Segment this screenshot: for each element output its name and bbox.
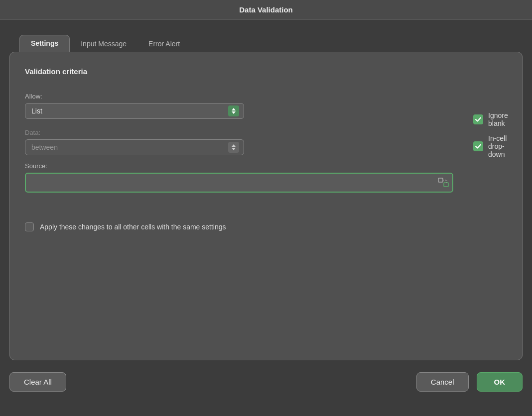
svg-rect-1 xyxy=(444,183,448,187)
right-buttons: Cancel OK xyxy=(416,372,523,392)
cancel-button[interactable]: Cancel xyxy=(416,372,469,392)
ignore-blank-checkbox[interactable] xyxy=(473,114,483,124)
apply-row: Apply these changes to all other cells w… xyxy=(25,222,507,231)
tab-settings[interactable]: Settings xyxy=(19,35,70,52)
tab-input-message[interactable]: Input Message xyxy=(70,36,137,52)
allow-label: Allow: xyxy=(25,93,453,100)
in-cell-dropdown-checkbox[interactable] xyxy=(473,141,483,151)
left-column: Allow: List Any value Whole number Decim… xyxy=(25,86,453,193)
ignore-blank-item: Ignore blank xyxy=(473,111,508,127)
right-column: Ignore blank In-cell drop-down xyxy=(473,86,508,158)
settings-panel: Validation criteria Allow: List Any valu… xyxy=(9,52,523,360)
allow-select[interactable]: List Any value Whole number Decimal Date… xyxy=(25,103,244,119)
ignore-blank-label: Ignore blank xyxy=(488,111,508,127)
svg-rect-0 xyxy=(438,178,443,182)
apply-label: Apply these changes to all other cells w… xyxy=(40,223,226,231)
apply-checkbox[interactable] xyxy=(25,222,34,231)
in-cell-dropdown-label: In-cell drop-down xyxy=(488,134,508,158)
data-select[interactable]: between not between equal to not equal t… xyxy=(25,139,244,155)
bottom-bar: Clear All Cancel OK xyxy=(9,372,523,392)
data-label: Data: xyxy=(25,129,453,136)
in-cell-dropdown-item: In-cell drop-down xyxy=(473,134,508,158)
data-select-wrapper: between not between equal to not equal t… xyxy=(25,139,244,155)
dialog-title: Data Validation xyxy=(239,5,293,14)
tabs-container: Settings Input Message Error Alert xyxy=(9,35,523,52)
allow-select-wrapper: List Any value Whole number Decimal Date… xyxy=(25,103,244,119)
source-input[interactable] xyxy=(25,173,453,193)
dialog: Settings Input Message Error Alert Valid… xyxy=(9,35,523,392)
title-bar: Data Validation xyxy=(0,0,532,20)
source-label: Source: xyxy=(25,162,453,170)
tab-error-alert[interactable]: Error Alert xyxy=(137,36,191,52)
source-range-icon[interactable] xyxy=(436,177,450,189)
criteria-row: Allow: List Any value Whole number Decim… xyxy=(25,86,507,193)
clear-all-button[interactable]: Clear All xyxy=(9,372,66,392)
ok-button[interactable]: OK xyxy=(477,372,523,392)
section-title: Validation criteria xyxy=(25,67,507,76)
source-wrapper xyxy=(25,173,453,193)
